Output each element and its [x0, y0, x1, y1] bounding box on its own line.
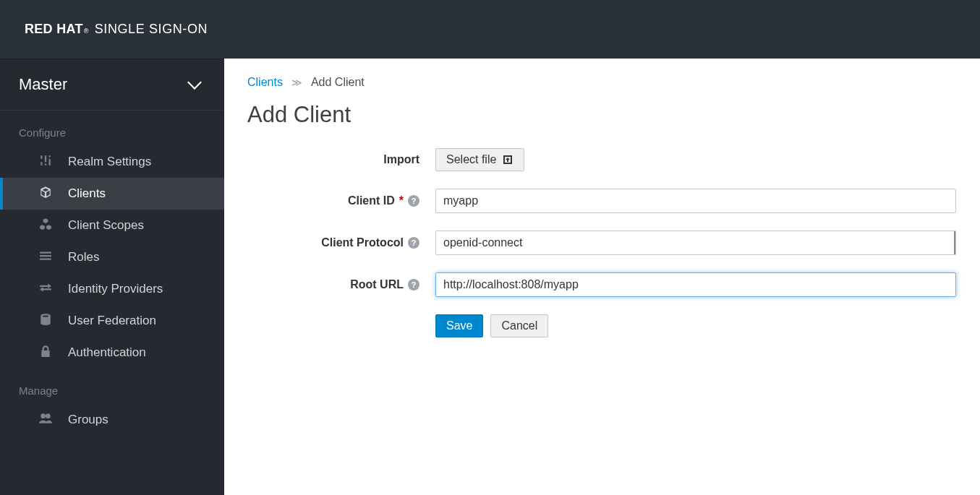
form-row-root-url: Root URL ? [247, 272, 957, 297]
breadcrumb-current: Add Client [311, 76, 365, 89]
breadcrumb-separator-icon: ≫ [291, 77, 302, 88]
help-icon[interactable]: ? [408, 237, 419, 249]
label-import: Import [247, 153, 435, 166]
brand-bold: RED HAT [25, 22, 83, 37]
required-indicator: * [399, 194, 404, 207]
breadcrumb: Clients ≫ Add Client [247, 76, 957, 89]
sidebar-item-label: User Federation [68, 314, 156, 328]
sidebar-item-clients[interactable]: Clients [0, 178, 224, 210]
form-row-actions: Save Cancel [247, 314, 957, 337]
save-button[interactable]: Save [435, 314, 483, 337]
lock-icon [39, 345, 52, 361]
client-protocol-select[interactable]: openid-connect [435, 231, 956, 255]
client-id-input[interactable] [435, 189, 956, 213]
sidebar: Master Configure Realm Settings Clients … [0, 59, 224, 495]
import-icon [502, 154, 514, 165]
sidebar-item-user-federation[interactable]: User Federation [0, 305, 224, 337]
label-client-protocol: Client Protocol ? [247, 236, 435, 249]
list-icon [39, 249, 52, 266]
cubes-icon [39, 218, 52, 234]
sidebar-item-label: Authentication [68, 345, 146, 360]
realm-selector[interactable]: Master [0, 59, 224, 111]
section-manage: Manage [0, 369, 224, 404]
sidebar-item-realm-settings[interactable]: Realm Settings [0, 146, 224, 178]
sidebar-item-label: Realm Settings [68, 155, 151, 169]
brand-trademark: ® [84, 27, 89, 35]
sidebar-item-label: Groups [68, 413, 108, 427]
sidebar-item-label: Identity Providers [68, 282, 163, 296]
sidebar-item-authentication[interactable]: Authentication [0, 337, 224, 369]
form-row-client-protocol: Client Protocol ? openid-connect [247, 231, 957, 255]
label-root-url: Root URL ? [247, 278, 435, 291]
brand-product: SINGLE SIGN-ON [95, 22, 208, 37]
page-title: Add Client [247, 102, 957, 128]
breadcrumb-parent[interactable]: Clients [247, 76, 283, 89]
sidebar-item-identity-providers[interactable]: Identity Providers [0, 273, 224, 305]
brand: RED HAT® SINGLE SIGN-ON [25, 22, 208, 37]
sliders-icon [39, 154, 52, 171]
realm-name: Master [19, 75, 67, 94]
form-row-client-id: Client ID * ? [247, 189, 957, 213]
topbar: RED HAT® SINGLE SIGN-ON [0, 0, 980, 59]
label-client-id: Client ID * ? [247, 194, 435, 207]
sidebar-item-label: Roles [68, 250, 99, 264]
root-url-input[interactable] [435, 272, 956, 297]
database-icon [39, 313, 52, 330]
sidebar-item-groups[interactable]: Groups [0, 404, 224, 436]
help-icon[interactable]: ? [408, 279, 419, 290]
form-row-import: Import Select file [247, 148, 957, 171]
chevron-down-icon [187, 75, 202, 90]
select-file-label: Select file [446, 153, 496, 166]
group-icon [39, 412, 52, 429]
select-file-button[interactable]: Select file [435, 148, 524, 171]
section-configure: Configure [0, 111, 224, 146]
sidebar-item-roles[interactable]: Roles [0, 241, 224, 273]
cancel-button[interactable]: Cancel [490, 314, 548, 337]
sidebar-item-label: Clients [68, 186, 106, 201]
sidebar-item-client-scopes[interactable]: Client Scopes [0, 210, 224, 241]
exchange-icon [39, 281, 52, 298]
main-content: Clients ≫ Add Client Add Client Import S… [224, 59, 980, 495]
help-icon[interactable]: ? [408, 195, 419, 207]
sidebar-item-label: Client Scopes [68, 218, 144, 233]
cube-icon [39, 186, 52, 202]
